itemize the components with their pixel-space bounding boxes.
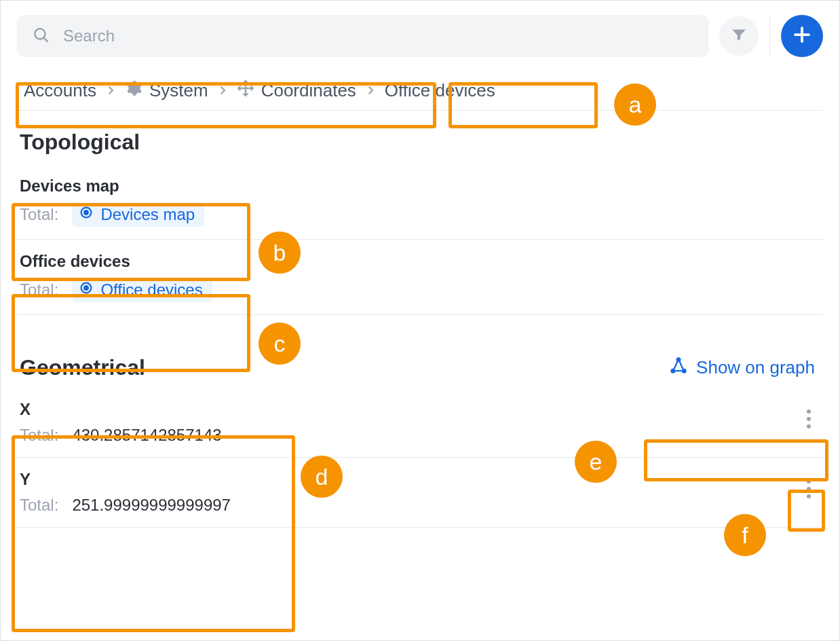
- entry-value: 430.2857142857143: [72, 426, 221, 445]
- breadcrumb-label: Accounts: [24, 80, 96, 101]
- search-input[interactable]: [63, 26, 693, 45]
- section-title-topological: Topological: [1, 111, 839, 164]
- graph-icon: [669, 356, 688, 380]
- geometrical-entry-y: Y Total: 251.99999999999997: [17, 458, 823, 528]
- chevron-right-icon: [215, 80, 230, 101]
- breadcrumb-label: System: [149, 80, 208, 101]
- chevron-right-icon: [363, 80, 378, 101]
- breadcrumb-label: Coordinates: [261, 80, 356, 101]
- svg-point-12: [682, 369, 687, 373]
- entry-title: Devices map: [20, 177, 820, 196]
- plus-icon: [792, 24, 812, 48]
- svg-line-1: [44, 38, 47, 41]
- breadcrumb-accounts[interactable]: Accounts: [20, 77, 100, 104]
- svg-point-10: [676, 357, 681, 362]
- target-icon: [79, 280, 94, 299]
- move-icon: [237, 79, 254, 102]
- total-label: Total:: [20, 426, 58, 445]
- entry-value: 251.99999999999997: [72, 496, 231, 515]
- breadcrumb-label: Office devices: [385, 80, 495, 101]
- more-button[interactable]: [797, 405, 820, 433]
- pill-label: Office devices: [100, 280, 202, 299]
- topological-entry-office-devices: Office devices Total: Office devices: [17, 240, 823, 315]
- pill-label: Devices map: [100, 205, 195, 224]
- entry-title: Y: [20, 470, 820, 489]
- svg-point-11: [670, 369, 675, 373]
- more-vertical-icon: [807, 479, 811, 498]
- entry-title: X: [20, 400, 820, 419]
- total-label: Total:: [20, 205, 58, 224]
- filter-button[interactable]: [719, 16, 759, 56]
- breadcrumb: Accounts System Coordinates Office devic…: [17, 58, 823, 111]
- search-icon: [32, 26, 50, 46]
- show-on-graph-label: Show on graph: [696, 357, 815, 378]
- svg-point-9: [85, 286, 89, 290]
- total-label: Total:: [20, 496, 58, 515]
- add-button[interactable]: [781, 15, 823, 57]
- chevron-right-icon: [103, 80, 118, 101]
- total-label: Total:: [20, 280, 58, 299]
- filter-icon: [730, 26, 748, 46]
- devices-map-link[interactable]: Devices map: [72, 202, 204, 227]
- target-icon: [79, 205, 94, 224]
- divider: [769, 14, 770, 58]
- search-field[interactable]: [17, 15, 708, 57]
- section-title-geometrical: Geometrical: [20, 355, 145, 380]
- more-button[interactable]: [797, 475, 820, 502]
- svg-point-7: [85, 210, 89, 215]
- entry-title: Office devices: [20, 252, 820, 271]
- breadcrumb-coordinates[interactable]: Coordinates: [233, 77, 360, 105]
- topological-entry-devices-map: Devices map Total: Devices map: [17, 164, 823, 240]
- gear-icon: [125, 79, 142, 102]
- geometrical-entry-x: X Total: 430.2857142857143: [17, 388, 823, 458]
- more-vertical-icon: [807, 409, 811, 428]
- office-devices-link[interactable]: Office devices: [72, 278, 212, 302]
- breadcrumb-system[interactable]: System: [121, 77, 212, 105]
- breadcrumb-office-devices[interactable]: Office devices: [381, 77, 499, 104]
- show-on-graph-button[interactable]: Show on graph: [664, 352, 820, 384]
